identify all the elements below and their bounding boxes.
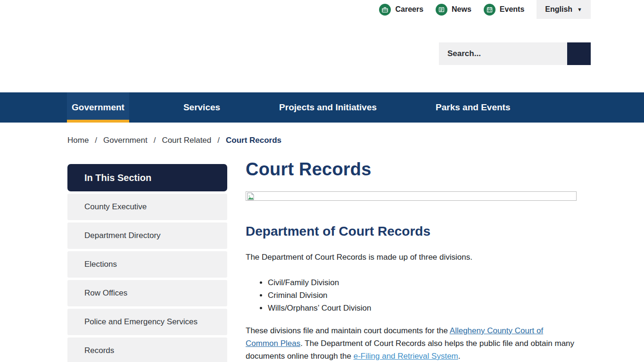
broken-image-placeholder — [246, 191, 577, 201]
chevron-down-icon: ▼ — [577, 7, 582, 12]
search-button[interactable] — [567, 42, 591, 65]
breadcrumb-home[interactable]: Home — [67, 136, 89, 145]
paragraph-text: These divisions file and maintain court … — [246, 326, 450, 335]
news-link[interactable]: News — [436, 0, 471, 19]
nav-label: Projects and Initiatives — [279, 102, 377, 113]
events-label: Events — [500, 5, 524, 14]
breadcrumb-separator: / — [95, 136, 97, 145]
divisions-list: Civil/Family Division Criminal Division … — [246, 276, 577, 314]
careers-link[interactable]: Careers — [379, 0, 423, 19]
site-header — [0, 19, 644, 92]
calendar-icon — [484, 4, 495, 16]
content-area: In This Section County Executive Departm… — [0, 164, 644, 362]
news-label: News — [452, 5, 471, 14]
sidebar-item-department-directory[interactable]: Department Directory — [67, 222, 227, 249]
sidebar-item-records[interactable]: Records — [67, 337, 227, 362]
sidebar-title: In This Section — [67, 164, 227, 191]
nav-label: Government — [72, 102, 124, 113]
sidebar-item-county-executive[interactable]: County Executive — [67, 194, 227, 220]
list-item: Wills/Orphans’ Court Division — [268, 302, 577, 314]
site-search — [439, 42, 591, 65]
list-item: Criminal Division — [268, 289, 577, 302]
section-heading: Department of Court Records — [246, 224, 577, 239]
sidebar-item-elections[interactable]: Elections — [67, 251, 227, 278]
search-input[interactable] — [439, 42, 567, 65]
efiling-link[interactable]: e-Filing and Retrieval System — [354, 352, 458, 361]
main-content: Court Records Department of Court Record… — [246, 159, 577, 362]
utility-bar: Careers News Events English ▼ — [0, 0, 644, 19]
section-sidebar: In This Section County Executive Departm… — [67, 164, 227, 362]
breadcrumb-separator: / — [154, 136, 156, 145]
nav-item-services[interactable]: Services — [179, 92, 225, 123]
body-paragraph: These divisions file and maintain court … — [246, 324, 576, 362]
breadcrumb-separator: / — [217, 136, 220, 145]
events-link[interactable]: Events — [484, 0, 524, 19]
nav-item-parks-and-events[interactable]: Parks and Events — [431, 92, 515, 123]
breadcrumb-government[interactable]: Government — [103, 136, 148, 145]
newspaper-icon — [436, 4, 447, 16]
sidebar-item-row-offices[interactable]: Row Offices — [67, 280, 227, 306]
page-title: Court Records — [246, 159, 577, 180]
careers-label: Careers — [395, 5, 423, 14]
language-selector[interactable]: English ▼ — [537, 0, 591, 19]
list-item: Civil/Family Division — [268, 276, 577, 289]
nav-label: Services — [183, 102, 220, 113]
main-navigation: Government Services Projects and Initiat… — [0, 92, 644, 123]
briefcase-icon — [379, 4, 391, 16]
nav-item-projects-and-initiatives[interactable]: Projects and Initiatives — [274, 92, 381, 123]
language-label: English — [545, 5, 572, 14]
nav-label: Parks and Events — [436, 102, 510, 113]
breadcrumb: Home / Government / Court Related / Cour… — [0, 123, 644, 145]
breadcrumb-current: Court Records — [226, 136, 281, 145]
breadcrumb-court-related[interactable]: Court Related — [162, 136, 211, 145]
intro-paragraph: The Department of Court Records is made … — [246, 253, 577, 262]
paragraph-text: . — [458, 352, 461, 361]
active-tab-underline — [67, 120, 129, 123]
broken-image-icon — [247, 192, 254, 200]
nav-item-government[interactable]: Government — [67, 92, 129, 123]
sidebar-item-police-and-emergency-services[interactable]: Police and Emergency Services — [67, 309, 227, 335]
